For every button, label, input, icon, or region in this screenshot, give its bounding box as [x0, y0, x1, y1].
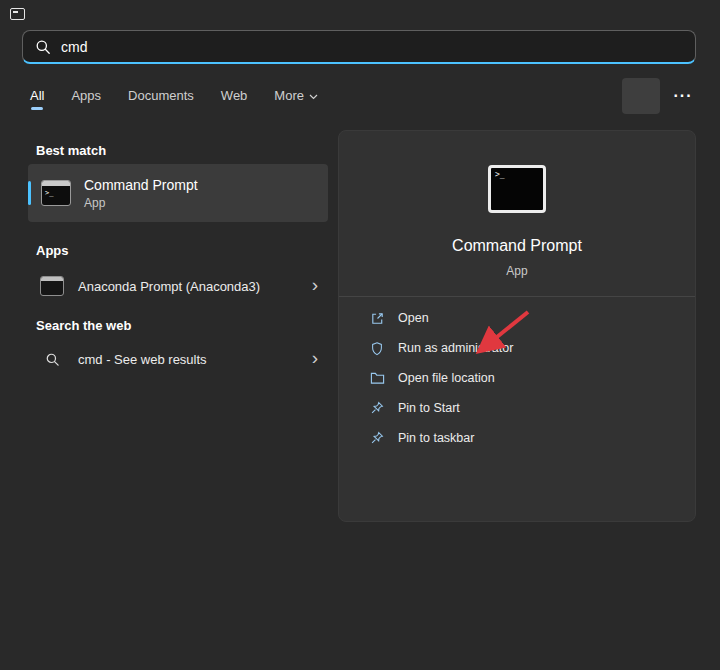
search-icon — [40, 352, 64, 367]
search-filter-tabs: All Apps Documents Web More — [30, 88, 318, 110]
windows-search-panel: All Apps Documents Web More ··· Best mat… — [0, 0, 720, 670]
app-window-icon — [10, 8, 25, 20]
action-pin-to-taskbar[interactable]: Pin to taskbar — [369, 423, 695, 453]
pin-icon — [369, 401, 385, 415]
best-match-heading: Best match — [36, 143, 106, 158]
result-title: Anaconda Prompt (Anaconda3) — [78, 279, 260, 294]
app-item-anaconda-prompt[interactable]: Anaconda Prompt (Anaconda3) › — [28, 266, 328, 306]
command-prompt-icon: >_ — [488, 165, 546, 213]
tab-all[interactable]: All — [30, 88, 44, 110]
anaconda-prompt-icon — [40, 276, 64, 296]
action-pin-to-start[interactable]: Pin to Start — [369, 393, 695, 423]
action-open-file-location[interactable]: Open file location — [369, 363, 695, 393]
result-title: Command Prompt — [84, 177, 198, 194]
admin-shield-icon — [369, 341, 385, 356]
search-icon — [35, 39, 51, 55]
tab-web[interactable]: Web — [221, 88, 248, 110]
result-title: cmd - See web results — [78, 352, 207, 367]
folder-icon — [369, 371, 385, 385]
preview-title: Command Prompt — [339, 237, 695, 255]
divider — [339, 296, 695, 297]
apps-heading: Apps — [36, 243, 69, 258]
pin-icon — [369, 431, 385, 445]
search-input[interactable] — [61, 39, 683, 55]
action-run-as-administrator[interactable]: Run as administrator — [369, 333, 695, 363]
selection-accent-bar — [28, 181, 31, 205]
open-external-icon — [369, 311, 385, 326]
chevron-down-icon — [309, 88, 318, 103]
chevron-right-icon: › — [312, 275, 318, 297]
more-options-button[interactable]: ··· — [668, 82, 698, 110]
chevron-right-icon: › — [312, 348, 318, 370]
best-match-item-command-prompt[interactable]: >_ Command Prompt App — [28, 164, 328, 222]
search-bar[interactable] — [22, 30, 696, 64]
tab-apps[interactable]: Apps — [71, 88, 101, 110]
action-open[interactable]: Open — [369, 303, 695, 333]
context-actions: Open Run as administrator Open file loca… — [339, 303, 695, 453]
preview-panel: >_ Command Prompt App Open Run as — [338, 130, 696, 522]
command-prompt-icon: >_ — [41, 180, 71, 206]
tab-more[interactable]: More — [274, 88, 318, 110]
preview-subtitle: App — [339, 264, 695, 278]
search-the-web-heading: Search the web — [36, 318, 131, 333]
web-search-item-cmd[interactable]: cmd - See web results › — [28, 340, 328, 378]
result-subtitle: App — [84, 196, 198, 210]
toolbar-button[interactable] — [622, 78, 660, 114]
tab-documents[interactable]: Documents — [128, 88, 194, 110]
